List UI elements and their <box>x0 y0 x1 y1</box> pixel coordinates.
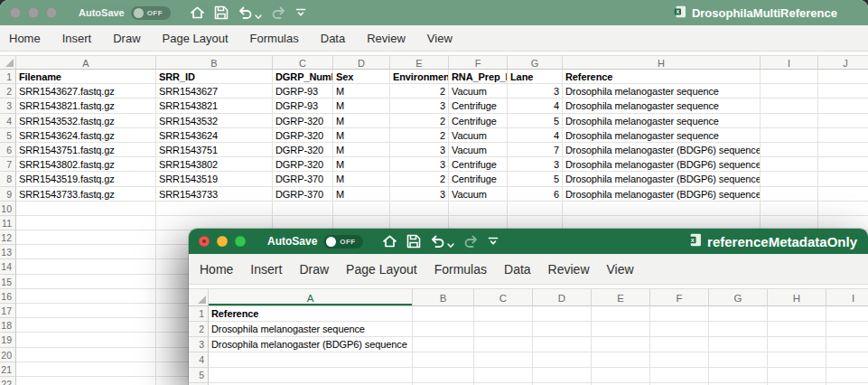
column-header-F[interactable]: F <box>449 55 508 70</box>
row-header-13[interactable]: 13 <box>0 245 16 259</box>
cell-A15[interactable] <box>16 275 156 289</box>
save-icon[interactable] <box>406 234 421 249</box>
menu-item-page-layout[interactable]: Page Layout <box>346 262 417 277</box>
cell-G6[interactable]: 7 <box>508 143 563 157</box>
cell-A1[interactable]: Reference <box>209 306 413 322</box>
column-header-I[interactable]: I <box>826 288 868 306</box>
cell-A14[interactable] <box>16 259 156 274</box>
cell-C3[interactable]: DGRP-93 <box>273 99 333 113</box>
row-header-15[interactable]: 15 <box>0 275 16 289</box>
cell-I4[interactable] <box>826 352 868 368</box>
cell-E8[interactable]: 2 <box>390 172 449 186</box>
cell-J7[interactable] <box>818 157 868 172</box>
row-header-22[interactable]: 22 <box>0 377 16 385</box>
ribbon-collapse-icon[interactable] <box>488 237 499 246</box>
column-header-E[interactable]: E <box>592 288 650 306</box>
cell-A18[interactable] <box>16 318 156 333</box>
cell-G10[interactable] <box>508 202 563 216</box>
cell-I3[interactable] <box>761 99 818 113</box>
row-header-19[interactable]: 19 <box>0 333 16 347</box>
cell-E9[interactable]: 3 <box>390 187 449 202</box>
autosave-switch[interactable]: OFF <box>323 235 363 249</box>
close-button[interactable] <box>199 236 210 247</box>
cell-I5[interactable] <box>761 128 818 143</box>
menu-item-draw[interactable]: Draw <box>113 32 140 45</box>
cell-H10[interactable] <box>563 202 761 216</box>
cell-F4[interactable] <box>650 352 709 368</box>
cell-A5[interactable]: SRR1543624.fastq.gz <box>16 128 156 143</box>
cell-F1[interactable] <box>650 306 709 322</box>
cell-A5[interactable] <box>209 368 413 383</box>
cell-E3[interactable]: 3 <box>390 99 449 113</box>
cell-D1[interactable]: Sex <box>333 70 390 84</box>
cell-A19[interactable] <box>16 333 156 347</box>
cell-J10[interactable] <box>818 202 868 216</box>
cell-I10[interactable] <box>761 202 818 216</box>
cell-H3[interactable] <box>768 337 826 352</box>
cell-I8[interactable] <box>761 172 818 186</box>
cell-F2[interactable]: Vacuum <box>449 84 508 99</box>
column-header-F[interactable]: F <box>650 288 709 306</box>
cell-E4[interactable]: 2 <box>390 114 449 128</box>
cell-C5[interactable]: DGRP-320 <box>273 128 333 143</box>
cell-D4[interactable] <box>533 352 592 368</box>
cell-D2[interactable] <box>533 322 592 337</box>
undo-icon[interactable] <box>430 235 445 249</box>
column-header-J[interactable]: J <box>818 55 868 70</box>
cell-G2[interactable]: 3 <box>508 84 563 99</box>
cell-A7[interactable]: SRR1543802.fastq.gz <box>16 157 156 172</box>
cell-I5[interactable] <box>826 368 868 383</box>
cell-H8[interactable]: Drosophila melanogaster (BDGP6) sequence <box>563 172 761 186</box>
cell-H5[interactable] <box>768 368 826 383</box>
cell-F7[interactable]: Centrifuge <box>449 157 508 172</box>
cell-J1[interactable] <box>818 70 868 84</box>
cell-C9[interactable]: DGRP-370 <box>273 187 333 202</box>
minimize-button[interactable] <box>28 7 39 18</box>
cell-B3[interactable] <box>413 337 474 352</box>
cell-C1[interactable]: DGRP_Numb <box>273 70 333 84</box>
undo-icon[interactable] <box>238 6 253 20</box>
cell-G4[interactable] <box>709 352 768 368</box>
select-all-corner[interactable] <box>0 55 16 70</box>
redo-icon[interactable] <box>271 6 286 20</box>
select-all-corner[interactable] <box>189 288 209 306</box>
cell-A9[interactable]: SRR1543733.fastq.gz <box>16 187 156 202</box>
zoom-button[interactable] <box>235 236 246 247</box>
cell-B2[interactable]: SRR1543627 <box>156 84 273 99</box>
cell-E3[interactable] <box>592 337 650 352</box>
cell-B5[interactable] <box>413 368 474 383</box>
cell-A4[interactable] <box>209 352 413 368</box>
cell-I3[interactable] <box>826 337 868 352</box>
cell-F1[interactable]: RNA_Prep_M <box>449 70 508 84</box>
cell-I6[interactable] <box>761 143 818 157</box>
row-header-21[interactable]: 21 <box>0 362 16 377</box>
cell-D3[interactable] <box>533 337 592 352</box>
cell-F5[interactable]: Vacuum <box>449 128 508 143</box>
cell-A2[interactable]: Drosophila melanogaster sequence <box>209 322 413 337</box>
row-header-16[interactable]: 16 <box>0 289 16 304</box>
row-header-11[interactable]: 11 <box>0 216 16 230</box>
row-header-12[interactable]: 12 <box>0 230 16 245</box>
cell-D4[interactable]: M <box>333 114 390 128</box>
cell-G5[interactable] <box>709 368 768 383</box>
autosave-toggle[interactable]: AutoSave OFF <box>79 6 171 20</box>
cell-D5[interactable] <box>533 368 592 383</box>
menu-item-formulas[interactable]: Formulas <box>250 32 299 45</box>
column-header-G[interactable]: G <box>709 288 768 306</box>
cell-E4[interactable] <box>592 352 650 368</box>
cell-E6[interactable]: 3 <box>390 143 449 157</box>
cell-F9[interactable]: Vacuum <box>449 187 508 202</box>
cell-B6[interactable]: SRR1543751 <box>156 143 273 157</box>
cell-G9[interactable]: 6 <box>508 187 563 202</box>
row-header-3[interactable]: 3 <box>0 99 16 113</box>
cell-J3[interactable] <box>818 99 868 113</box>
column-header-I[interactable]: I <box>761 55 818 70</box>
cell-I1[interactable] <box>826 306 868 322</box>
cell-F4[interactable]: Centrifuge <box>449 114 508 128</box>
cell-D1[interactable] <box>533 306 592 322</box>
menu-item-home[interactable]: Home <box>200 262 233 277</box>
cell-H2[interactable] <box>768 322 826 337</box>
cell-B4[interactable] <box>413 352 474 368</box>
cell-J8[interactable] <box>818 172 868 186</box>
menu-item-view[interactable]: View <box>427 32 453 45</box>
